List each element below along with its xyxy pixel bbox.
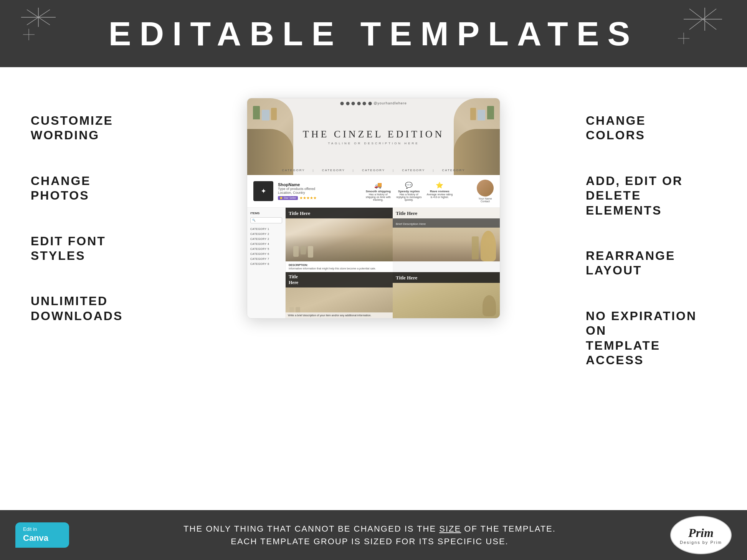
footer-canva-badge: Edit in Canva [15, 522, 69, 547]
features-right: CHANGECOLORS ADD, EDIT ORDELETEELEMENTS … [586, 90, 716, 367]
sparkle-icon-tl [19, 6, 58, 56]
tmpl-header: ⬤ ⬤ ⬤ ⬤ ⬤ ⬤ @yourhandlehere THE CINZEL E… [247, 98, 500, 175]
tmpl-cell-3-overlay: TitleHere [286, 272, 393, 287]
tmpl-body: ITEMS 🔍 CATEGORY 1 CATEGORY 2 CATEGORY 2… [247, 208, 500, 318]
tmpl-search-bar: 🔍 [250, 217, 282, 223]
tmpl-badge-shipping-title: Smooth shipping [365, 190, 392, 193]
footer-logo-sub: Designs by Prim [680, 540, 722, 545]
header-section: EDITABLE TEMPLATES [0, 0, 747, 67]
tmpl-cell-4-title-bar: Title Here [393, 272, 500, 283]
template-preview: ⬤ ⬤ ⬤ ⬤ ⬤ ⬤ @yourhandlehere THE CINZEL E… [247, 98, 500, 319]
features-left: CUSTOMIZEWORDING CHANGEPHOTOS EDIT FONTS… [31, 90, 161, 323]
tmpl-cell-1: Title Here DESCRIPTION: Informative info… [286, 208, 393, 272]
feature-customize-wording: CUSTOMIZEWORDING [31, 113, 161, 143]
tmpl-cell-3-desc-bar: Write a brief description of your item a… [286, 312, 393, 318]
feature-unlimited-downloads: UNLIMITEDDOWNLOADS [31, 294, 161, 323]
tmpl-cell-3: TitleHere Write a brief description of y… [286, 272, 393, 318]
tmpl-shelf-left [247, 98, 293, 175]
tmpl-avatar-label: Your NameContact [477, 197, 494, 203]
tmpl-cell-1-desc: DESCRIPTION: Informative information tha… [286, 261, 393, 272]
feature-edit-font-styles: EDIT FONTSTYLES [31, 234, 161, 263]
tmpl-cell-2-title: Title Here [396, 210, 417, 216]
footer-logo-name: Prim [688, 526, 714, 540]
tmpl-shelf-right [454, 98, 500, 175]
tmpl-cell-3-desc-body: Write a brief description of your item a… [288, 314, 390, 317]
tmpl-shop-name: ShopName [278, 182, 341, 187]
footer-disclaimer: THE ONLY THING THAT CANNOT BE CHANGED IS… [69, 522, 670, 548]
feature-no-expiration: NO EXPIRATION ONTEMPLATE ACCESS [586, 309, 716, 368]
tmpl-cell-1-desc-label: DESCRIPTION: [289, 264, 390, 266]
tmpl-cat-7: CATEGORY 7 [250, 256, 282, 261]
tmpl-product-grid: Title Here DESCRIPTION: Informative info… [286, 208, 500, 318]
tmpl-badges: 🚚 Smooth shipping Has a history of shipp… [346, 182, 472, 201]
tmpl-badge-replies-desc: Has a history of replying to messages qu… [395, 193, 422, 201]
tmpl-cell-2-title-bar: Title Here Brief Description Here [393, 208, 500, 228]
tmpl-cell-2-desc: Brief Description Here [396, 222, 426, 226]
tmpl-badge-shipping: 🚚 Smooth shipping Has a history of shipp… [365, 182, 392, 201]
tmpl-cat-2: CATEGORY 2 [250, 231, 282, 236]
feature-change-colors: CHANGECOLORS [586, 113, 646, 143]
tmpl-nav: CATEGORY | CATEGORY | CATEGORY | CATEGOR… [282, 168, 465, 172]
feature-rearrange-layout: REARRANGELAYOUT [586, 248, 675, 278]
tmpl-cell-2: Title Here Brief Description Here [393, 208, 500, 272]
header-title: EDITABLE TEMPLATES [109, 14, 638, 53]
tmpl-star-badge: ⭐ Star Seller [278, 196, 298, 200]
tmpl-cell-4: Title Here [393, 272, 500, 318]
tmpl-shop-type: Type of products offered [278, 187, 341, 191]
tmpl-badge-replies: 💬 Speedy replies Has a history of replyi… [395, 182, 422, 201]
tmpl-cat-5: CATEGORY 5 [250, 246, 282, 251]
tmpl-badge-reviews: ⭐ Rave reviews Average review rating is … [426, 182, 453, 201]
tmpl-shop-text: ShopName Type of products offered Locati… [278, 182, 341, 200]
feature-change-photos: CHANGEPHOTOS [31, 173, 161, 203]
tmpl-badge-reviews-desc: Average review rating is 4.8 or higher. [426, 193, 453, 198]
tmpl-cell-3-title: TitleHere [289, 274, 390, 286]
tmpl-sidebar: ITEMS 🔍 CATEGORY 1 CATEGORY 2 CATEGORY 2… [247, 208, 286, 318]
tmpl-shop-info: ✦ ShopName Type of products offered Loca… [247, 175, 500, 208]
tmpl-cat-4: CATEGORY 4 [250, 241, 282, 246]
template-preview-container: ⬤ ⬤ ⬤ ⬤ ⬤ ⬤ @yourhandlehere THE CINZEL E… [161, 90, 586, 319]
tmpl-avatar-wrap: Your NameContact [477, 180, 494, 203]
footer-canva-small-label: Edit in [23, 526, 61, 533]
footer-canva-big-label: Canva [23, 533, 61, 544]
tmpl-cat-6: CATEGORY 6 [250, 251, 282, 256]
tmpl-cell-1-title-bar: Title Here [286, 208, 393, 218]
tmpl-badge-reviews-title: Rave reviews [426, 190, 453, 193]
tmpl-cell-4-title: Title Here [396, 275, 417, 281]
tmpl-cell-1-title: Title Here [289, 210, 310, 216]
main-section: CUSTOMIZEWORDING CHANGEPHOTOS EDIT FONTS… [0, 67, 747, 510]
tmpl-badge-replies-title: Speedy replies [395, 190, 422, 193]
tmpl-star-seller: ⭐ Star Seller ★★★★★ [278, 196, 341, 200]
feature-add-edit-delete: ADD, EDIT ORDELETEELEMENTS [586, 173, 683, 218]
tmpl-sidebar-title: ITEMS [250, 211, 282, 215]
tmpl-shop-loc: Location, Country [278, 191, 341, 195]
footer-section: Edit in Canva THE ONLY THING THAT CANNOT… [0, 510, 747, 560]
tmpl-cat-3: CATEGORY 2 [250, 236, 282, 241]
tmpl-tagline: TAGLINE OR DESCRIPTION HERE [328, 142, 419, 145]
tmpl-avatar [477, 180, 494, 197]
tmpl-cat-1: CATEGORY 1 [250, 226, 282, 231]
tmpl-shop-icon: ✦ [253, 181, 273, 201]
tmpl-brand-name: THE CINZEL EDITION [303, 129, 444, 140]
footer-logo: Prim Designs by Prim [670, 516, 732, 554]
tmpl-social-bar: ⬤ ⬤ ⬤ ⬤ ⬤ ⬤ @yourhandlehere [340, 101, 407, 105]
tmpl-cat-8: CATEGORY 8 [250, 261, 282, 266]
tmpl-badge-shipping-desc: Has a history of shipping on time with t… [365, 193, 392, 201]
sparkle-icon-tr [678, 6, 724, 56]
tmpl-stars: ★★★★★ [299, 196, 317, 200]
tmpl-cell-1-desc-body: Informative information that might help … [289, 267, 390, 270]
